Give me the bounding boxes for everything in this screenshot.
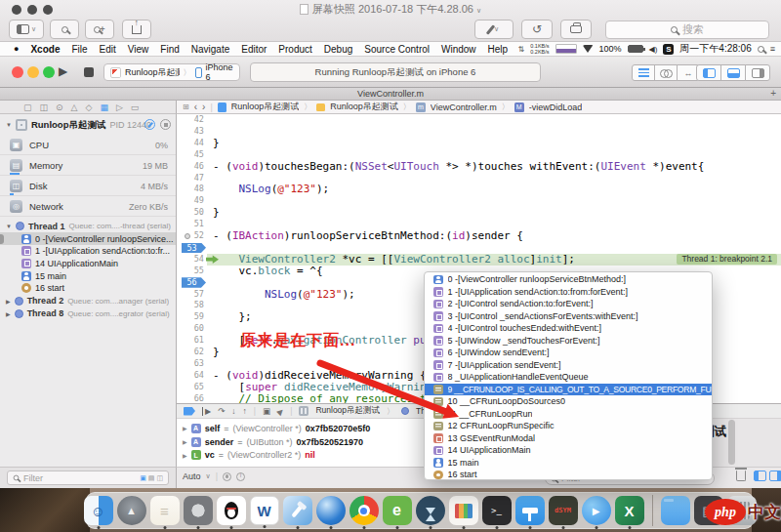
disclosure-icon[interactable]: ▶ — [6, 310, 11, 317]
zoom-out-button[interactable] — [50, 20, 79, 39]
report-navigator-icon[interactable]: ▭ — [131, 102, 140, 112]
standard-editor-button[interactable] — [632, 64, 655, 81]
call-stack-item[interactable]: 8 _UIApplicationHandleEventQueue — [425, 371, 712, 384]
disclosure-icon[interactable]: ▶ — [183, 425, 187, 431]
dock-icon-launchpad[interactable]: ▲ — [117, 496, 146, 525]
utilities-toggle-button[interactable] — [745, 64, 770, 81]
debug-navigator-icon[interactable]: ▦ — [100, 102, 108, 112]
dock-icon-timer[interactable] — [416, 496, 445, 525]
call-stack-item[interactable]: 6 -[UIWindow sendEvent:] — [425, 347, 712, 359]
spotlight-icon[interactable] — [758, 46, 764, 53]
menu-item-debug[interactable]: Debug — [324, 44, 352, 55]
call-stack-item[interactable]: 11 __CFRunLoopRun — [425, 408, 712, 421]
console-scrollbar[interactable] — [728, 420, 735, 465]
menu-item-window[interactable]: Window — [441, 44, 476, 55]
navigator-toggle-button[interactable] — [696, 64, 721, 81]
menu-item-navigate[interactable]: Navigate — [191, 44, 229, 55]
call-stack-item[interactable]: 16 start — [425, 469, 712, 480]
breadcrumb-item[interactable]: -viewDidLoad — [529, 102, 583, 112]
step-out-icon[interactable]: ↑ — [243, 406, 247, 416]
menu-item-find[interactable]: Find — [160, 44, 179, 55]
menu-item-view[interactable]: View — [128, 44, 149, 55]
call-stack-item[interactable]: 14 UIApplicationMain — [425, 444, 712, 457]
step-into-icon[interactable]: ↓ — [231, 406, 235, 416]
variable-row-sender[interactable]: ▶Asender=(UIButton *)0x7fb520521970 — [177, 435, 431, 449]
dock-icon-quicktime[interactable]: ▶ — [582, 496, 611, 525]
dock-icon-dsym[interactable]: dSYM — [549, 496, 578, 525]
scheme-selector[interactable]: Runloop吊起测试 〉 iPhone 6 — [103, 63, 240, 81]
symbol-navigator-icon[interactable]: ◫ — [40, 102, 49, 112]
share-button[interactable] — [122, 20, 151, 39]
disclosure-icon[interactable]: ▶ — [6, 298, 11, 305]
gauge-memory[interactable]: ▤Memory19 MB — [0, 156, 176, 176]
continue-icon[interactable]: ▶ — [202, 407, 211, 416]
wifi-icon[interactable] — [583, 45, 594, 53]
xcode-zoom-button[interactable] — [43, 66, 55, 78]
dock-icon-mweb[interactable]: W — [250, 496, 279, 525]
disclosure-icon[interactable]: ▼ — [6, 224, 12, 229]
dock-icon-downloads-folder[interactable] — [661, 496, 690, 525]
volume-icon[interactable]: ◀) — [649, 45, 658, 54]
filter-view-icon[interactable]: ▤ — [148, 474, 155, 482]
gauge-network[interactable]: ◎NetworkZero KB/s — [0, 197, 176, 217]
menu-item-editor[interactable]: Editor — [241, 44, 267, 55]
dock-icon-finder[interactable]: ☺ — [84, 496, 113, 525]
breakpoint-marker[interactable]: 53 — [182, 243, 206, 254]
cpu-graph-icon[interactable] — [555, 44, 577, 54]
dock-icon-terminal[interactable]: >_ — [482, 496, 512, 525]
menu-item-product[interactable]: Product — [278, 44, 311, 55]
menu-item-edit[interactable]: Edit — [100, 44, 116, 55]
step-over-icon[interactable]: ↷ — [218, 406, 225, 416]
menu-item-help[interactable]: Help — [488, 44, 509, 55]
breadcrumb-item[interactable]: ViewController.m — [431, 102, 497, 112]
variable-row-vc[interactable]: ▶Lvc=(ViewController2 *)nil — [177, 449, 431, 463]
breakpoints-toggle-icon[interactable] — [184, 407, 195, 416]
filter-stack-icon[interactable]: ◫ — [156, 474, 163, 482]
quicklook-icon[interactable] — [223, 472, 231, 481]
dock-icon-browser-sphere[interactable] — [316, 496, 346, 525]
assistant-editor-button[interactable] — [654, 64, 678, 81]
back-button[interactable]: ‹ — [194, 102, 197, 112]
call-stack-item[interactable]: 13 GSEventRunModal — [425, 432, 712, 445]
menu-item-file[interactable]: File — [71, 44, 87, 55]
thread-row-thread-8[interactable]: ▶Thread 8Queue: com....egrator (serial) — [0, 307, 176, 320]
gauge-cpu[interactable]: ▣CPU0% — [0, 136, 176, 155]
new-tab-button[interactable]: + — [770, 88, 776, 99]
rotate-button[interactable]: ↺ — [521, 20, 553, 39]
call-stack-item[interactable]: 7 -[UIApplication sendEvent:] — [425, 359, 712, 372]
related-items-icon[interactable]: ⊞ — [183, 102, 189, 111]
show-console-toggle[interactable] — [769, 471, 781, 481]
xcode-close-button[interactable] — [12, 66, 23, 78]
dock-icon-books[interactable] — [449, 496, 478, 525]
call-stack-item[interactable]: 4 -[UIControl touchesEnded:withEvent:] — [425, 322, 712, 335]
issue-navigator-icon[interactable]: △ — [71, 102, 78, 112]
sidebar-toggle-button[interactable]: ∨ — [9, 20, 44, 39]
filter-flag-icon[interactable]: ▣ — [140, 474, 146, 482]
view-hierarchy-icon[interactable]: ▣ — [263, 406, 270, 416]
notification-center-icon[interactable]: ≡ — [770, 44, 775, 54]
project-navigator-icon[interactable]: ▢ — [23, 102, 32, 112]
call-stack-item[interactable]: 10 __CFRunLoopDoSources0 — [425, 395, 712, 408]
pause-debug-button[interactable] — [144, 119, 155, 130]
apple-icon[interactable]: ● — [14, 44, 19, 54]
dock-icon-notes[interactable]: ≡ — [150, 496, 180, 525]
test-navigator-icon[interactable]: ◇ — [86, 102, 93, 112]
stack-frame-row[interactable]: 15 main — [0, 269, 176, 282]
xcode-minimize-button[interactable] — [27, 66, 39, 78]
dock-icon-evernote[interactable]: e — [383, 496, 412, 525]
preview-search-field[interactable]: 搜索 — [605, 20, 769, 39]
breadcrumb-item[interactable]: Runloop吊起测试 — [330, 101, 398, 113]
thread-row-thread-2[interactable]: ▶Thread 2Queue: com....anager (serial) — [0, 295, 176, 307]
menu-item-source-control[interactable]: Source Control — [364, 44, 430, 55]
call-stack-item[interactable]: 12 CFRunLoopRunSpecific — [425, 420, 712, 432]
menu-clock[interactable]: 周一下午4:28:06 — [679, 42, 751, 56]
dock-icon-xcode[interactable] — [283, 496, 312, 525]
dock-icon-system-preferences[interactable] — [184, 496, 213, 525]
breakpoint-navigator-icon[interactable]: ▷ — [116, 102, 123, 112]
call-stack-item[interactable]: 1 -[UIApplication sendAction:to:from:for… — [425, 286, 712, 299]
variable-row-self[interactable]: ▶Aself=(ViewController *)0x7fb52070e5f0 — [177, 422, 431, 435]
clear-console-icon[interactable] — [736, 471, 746, 481]
stack-frame-row[interactable]: 16 start — [0, 282, 176, 295]
debug-area-toggle-button[interactable] — [720, 64, 746, 81]
call-stack-item[interactable]: 9 __CFRUNLOOP_IS_CALLING_OUT_TO_A_SOURCE… — [425, 384, 712, 396]
